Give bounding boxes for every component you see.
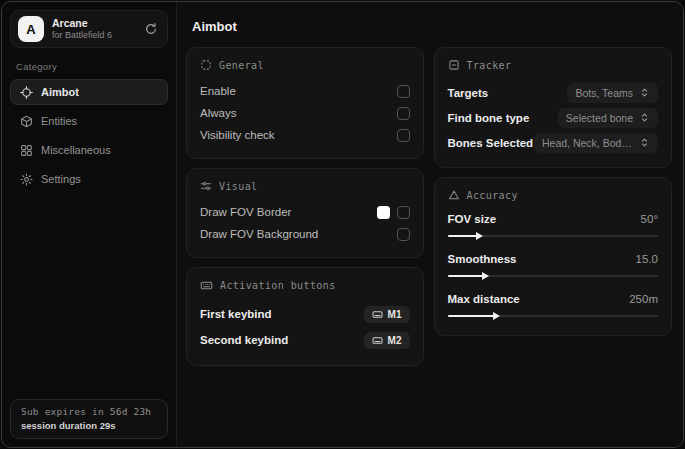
tracker-row-bones-selected: Bones Selected Head, Neck, Body, Pe.. [448, 130, 659, 155]
keybind-label: First keybind [200, 308, 272, 320]
smoothness-slider[interactable] [448, 271, 659, 281]
color-swatch[interactable] [377, 206, 390, 219]
sidebar-item-aimbot[interactable]: Aimbot [10, 79, 168, 105]
select-value: Bots, Teams [575, 87, 633, 99]
sidebar-item-label: Aimbot [41, 86, 79, 98]
setting-label: Draw FOV Background [200, 228, 318, 240]
minus-square-icon [448, 59, 460, 71]
visibility-check-checkbox[interactable] [397, 129, 410, 142]
slider-label: FOV size [448, 213, 497, 225]
accuracy-card-title: Accuracy [448, 189, 659, 201]
activation-buttons-card: Activation buttons First keybind M1 [186, 267, 424, 366]
bones-selected-select[interactable]: Head, Neck, Body, Pe.. [534, 133, 658, 153]
dashed-square-icon [200, 59, 212, 71]
keyboard-icon [200, 279, 213, 292]
setting-label: Enable [200, 85, 236, 97]
session-duration-text: session duration 29s [21, 420, 157, 431]
always-checkbox[interactable] [397, 107, 410, 120]
app-logo: A [18, 16, 44, 42]
sidebar-item-miscellaneous[interactable]: Miscellaneous [10, 137, 168, 163]
sidebar-nav: Aimbot Entities Miscellaneous [10, 79, 168, 192]
app-header-card: A Arcane for Battlefield 6 [10, 10, 168, 48]
accuracy-row-fov-size: FOV size 50° [448, 210, 659, 241]
grid-icon [20, 144, 33, 157]
card-title-label: Tracker [467, 60, 512, 71]
page-title: Aimbot [192, 19, 672, 34]
slider-fill [448, 275, 484, 277]
crosshair-icon [20, 86, 33, 99]
setting-row-draw-fov-background: Draw FOV Background [200, 223, 410, 245]
app-subtitle: for Battlefield 6 [52, 30, 134, 41]
sidebar-item-label: Miscellaneous [41, 144, 111, 156]
tracker-label: Find bone type [448, 112, 530, 124]
keybind-row-first: First keybind M1 [200, 301, 410, 327]
draw-fov-border-checkbox[interactable] [397, 206, 410, 219]
max-distance-slider[interactable] [448, 311, 659, 321]
sidebar-item-settings[interactable]: Settings [10, 166, 168, 192]
enable-checkbox[interactable] [397, 85, 410, 98]
column-right: Tracker Targets Bots, Teams [434, 47, 673, 366]
card-title-label: Visual [219, 181, 258, 192]
accuracy-row-top: Smoothness 15.0 [448, 250, 659, 268]
column-left: General Enable Always Visibility check [186, 47, 424, 366]
select-value: Selected bone [566, 112, 633, 124]
slider-value: 50° [641, 213, 658, 225]
visual-card-title: Visual [200, 180, 410, 192]
accuracy-card: Accuracy FOV size 50° [434, 177, 673, 336]
main-panel: Aimbot General Enable [177, 2, 683, 447]
accuracy-row-top: Max distance 250m [448, 290, 659, 308]
setting-row-always: Always [200, 102, 410, 124]
fov-size-slider[interactable] [448, 231, 659, 241]
sidebar: A Arcane for Battlefield 6 Category Aimb… [2, 2, 177, 447]
columns: General Enable Always Visibility check [186, 47, 672, 366]
visual-card: Visual Draw FOV Border Draw FOV Backgrou… [186, 168, 424, 258]
app-name: Arcane [52, 17, 134, 30]
card-title-label: General [219, 60, 264, 71]
keybind-label: Second keybind [200, 334, 288, 346]
setting-row-draw-fov-border: Draw FOV Border [200, 201, 410, 223]
slider-value: 15.0 [636, 253, 658, 265]
setting-label: Visibility check [200, 129, 275, 141]
keybind-row-second: Second keybind M2 [200, 327, 410, 353]
card-title-label: Accuracy [467, 190, 518, 201]
targets-select[interactable]: Bots, Teams [567, 83, 658, 103]
tracker-label: Bones Selected [448, 137, 534, 149]
sidebar-item-label: Settings [41, 173, 81, 185]
category-label: Category [16, 61, 168, 72]
triangle-icon [448, 189, 460, 201]
tracker-card-title: Tracker [448, 59, 659, 71]
accuracy-row-top: FOV size 50° [448, 210, 659, 228]
cube-icon [20, 115, 33, 128]
first-keybind-button[interactable]: M1 [364, 306, 410, 323]
draw-fov-background-checkbox[interactable] [397, 228, 410, 241]
slider-fill [448, 315, 494, 317]
keybind-value: M2 [388, 335, 402, 346]
setting-row-enable: Enable [200, 80, 410, 102]
tracker-row-find-bone-type: Find bone type Selected bone [448, 105, 659, 130]
subscription-card: Sub expires in 56d 23h session duration … [10, 399, 168, 439]
tracker-label: Targets [448, 87, 489, 99]
sub-expiry-text: Sub expires in 56d 23h [21, 406, 157, 417]
slider-value: 250m [629, 293, 658, 305]
sliders-icon [200, 180, 212, 192]
slider-label: Max distance [448, 293, 520, 305]
slider-fill [448, 235, 477, 237]
tracker-row-targets: Targets Bots, Teams [448, 80, 659, 105]
unfold-icon [639, 87, 650, 98]
general-card: General Enable Always Visibility check [186, 47, 424, 159]
second-keybind-button[interactable]: M2 [364, 332, 410, 349]
keyboard-icon [372, 309, 383, 320]
keybind-value: M1 [388, 309, 402, 320]
app-window: A Arcane for Battlefield 6 Category Aimb… [1, 1, 684, 448]
find-bone-type-select[interactable]: Selected bone [558, 108, 658, 128]
sidebar-item-entities[interactable]: Entities [10, 108, 168, 134]
keyboard-icon [372, 335, 383, 346]
card-title-label: Activation buttons [220, 280, 336, 291]
tracker-card: Tracker Targets Bots, Teams [434, 47, 673, 168]
general-card-title: General [200, 59, 410, 71]
unfold-icon [639, 112, 650, 123]
accuracy-row-max-distance: Max distance 250m [448, 290, 659, 321]
setting-label: Always [200, 107, 236, 119]
refresh-icon[interactable] [142, 20, 160, 38]
app-meta: Arcane for Battlefield 6 [52, 17, 134, 41]
